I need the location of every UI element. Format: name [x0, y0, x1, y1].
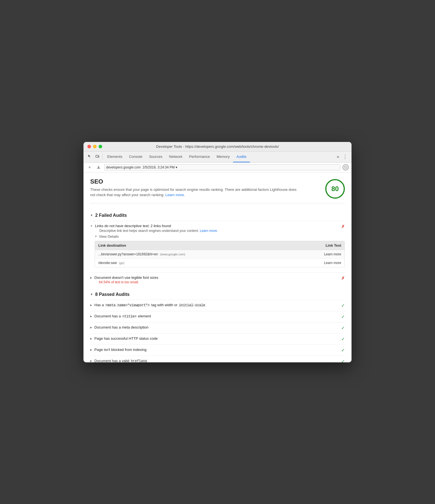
audit-left-viewport: ▶ Has a <meta name="viewport"> tag with …	[90, 303, 338, 307]
address-input[interactable]	[104, 164, 340, 170]
audit-learn-more-link-links[interactable]: Learn more	[200, 229, 217, 233]
audit-row-viewport: ▶ Has a <meta name="viewport"> tag with …	[90, 303, 345, 308]
failed-section-title: 2 Failed Audits	[95, 213, 127, 218]
audit-left-indexing: ▶ Page isn't blocked from indexing	[90, 348, 338, 352]
audit-row-meta-desc: ▶ Document has a meta description ✓	[90, 325, 345, 331]
audit-row-links: ▼ Links do not have descriptive text: 2 …	[90, 224, 345, 233]
passed-audits-header: ▼ 8 Passed Audits	[90, 288, 345, 300]
audit-item-title: ▶ Document has a <title> element ✓	[90, 311, 345, 322]
audit-status-http-status: ✓	[341, 336, 345, 342]
audit-toggle-fontsize[interactable]: ▶	[90, 276, 92, 279]
address-bar: +	[83, 163, 352, 172]
score-number: 80	[331, 185, 339, 193]
col-header-text: Link Text	[308, 243, 341, 248]
audit-text-http-status: Page has successful HTTP status code	[94, 336, 158, 341]
tab-performance[interactable]: Performance	[186, 151, 213, 162]
audit-text-indexing: Page isn't blocked from indexing	[94, 348, 147, 352]
audit-text-title: Document has a <title> element	[94, 314, 151, 318]
minimize-button[interactable]	[93, 145, 97, 148]
seo-title: SEO	[90, 178, 297, 185]
audit-toggle-viewport[interactable]: ▶	[90, 304, 92, 306]
kebab-menu-icon[interactable]: ⋮	[341, 154, 349, 160]
seo-learn-more-link[interactable]: Learn more	[165, 193, 184, 197]
audit-text-hreflang: Document has a valid hreflang	[94, 359, 147, 362]
audit-subtext-links: Descriptive link text helps search engin…	[99, 229, 218, 233]
audit-status-hreflang: ✓	[341, 359, 345, 362]
score-circle: 80	[325, 179, 345, 199]
cell-dest-path-1: ...bin/answer.py?answer=181692&hl=en	[98, 252, 158, 256]
tab-network[interactable]: Network	[166, 151, 186, 162]
download-button[interactable]	[95, 164, 102, 171]
audit-fail-text-fontsize: 64.54% of text is too small.	[99, 280, 158, 284]
device-toggle-icon[interactable]	[94, 153, 101, 161]
tab-sources[interactable]: Sources	[146, 151, 166, 162]
audit-item-meta-desc: ▶ Document has a meta description ✓	[90, 322, 345, 333]
devtools-toolbar: Elements Console Sources Network Perform…	[83, 151, 352, 163]
toolbar-divider	[102, 154, 103, 160]
audit-content-fontsize: Document doesn't use legible font sizes …	[94, 275, 158, 284]
audit-text-meta-desc: Document has a meta description	[94, 325, 149, 329]
audit-left-hreflang: ▶ Document has a valid hreflang	[90, 359, 338, 362]
audit-text-viewport: Has a <meta name="viewport"> tag with wi…	[94, 303, 206, 307]
cell-text-1: Learn more	[308, 252, 341, 256]
seo-description: These checks ensure that your page is op…	[90, 187, 297, 198]
audit-toggle-title[interactable]: ▶	[90, 315, 92, 318]
audit-item-fontsize: ▶ Document doesn't use legible font size…	[90, 272, 345, 287]
inspect-icon[interactable]	[86, 153, 94, 161]
audit-row-title: ▶ Document has a <title> element ✓	[90, 314, 345, 319]
audit-item-hreflang: ▶ Document has a valid hreflang ✓	[90, 356, 345, 362]
passed-section-toggle[interactable]: ▼	[90, 293, 93, 296]
tab-elements[interactable]: Elements	[104, 151, 126, 162]
table-row: /devsite-swe (go) Learn more	[95, 259, 345, 267]
close-button[interactable]	[87, 145, 91, 148]
audit-row-indexing: ▶ Page isn't blocked from indexing ✓	[90, 348, 345, 353]
col-header-dest: Link destination	[98, 243, 308, 248]
failed-section-toggle[interactable]: ▼	[90, 214, 93, 217]
seo-desc-text: These checks ensure that your page is op…	[90, 187, 297, 197]
links-details-table: Link destination Link Text ...bin/answer…	[95, 241, 345, 267]
audit-toggle-hreflang[interactable]: ▶	[90, 360, 92, 362]
block-icon[interactable]	[343, 164, 349, 170]
cell-dest-1: ...bin/answer.py?answer=181692&hl=en (ww…	[98, 252, 308, 256]
audit-text-fontsize: Document doesn't use legible font sizes	[94, 275, 158, 280]
maximize-button[interactable]	[99, 145, 102, 148]
audit-toggle-links[interactable]: ▼	[90, 225, 93, 227]
cell-dest-2: /devsite-swe (go)	[98, 261, 308, 265]
cell-dest-path-2: /devsite-swe	[98, 261, 117, 265]
audit-content-links: Links do not have descriptive text: 2 li…	[95, 224, 218, 233]
audit-toggle-meta-desc[interactable]: ▶	[90, 326, 92, 329]
failed-audits-header: ▼ 2 Failed Audits	[90, 209, 345, 221]
audit-row-hreflang: ▶ Document has a valid hreflang ✓	[90, 359, 345, 362]
audit-status-links: ✗	[341, 224, 345, 229]
svg-line-3	[345, 166, 347, 168]
table-row: ...bin/answer.py?answer=181692&hl=en (ww…	[95, 250, 345, 259]
svg-rect-0	[96, 155, 98, 157]
tab-audits[interactable]: Audits	[233, 151, 250, 162]
audit-item-http-status: ▶ Page has successful HTTP status code ✓	[90, 333, 345, 344]
more-tabs-icon[interactable]: »	[335, 154, 341, 159]
traffic-lights	[87, 145, 102, 148]
audit-toggle-http-status[interactable]: ▶	[90, 337, 92, 340]
audit-left-meta-desc: ▶ Document has a meta description	[90, 325, 338, 329]
details-toggle-label: View Details	[99, 234, 119, 239]
seo-header: SEO These checks ensure that your page i…	[90, 178, 345, 203]
audit-item-indexing: ▶ Page isn't blocked from indexing ✓	[90, 344, 345, 356]
main-content: SEO These checks ensure that your page i…	[83, 172, 352, 362]
tab-console[interactable]: Console	[126, 151, 146, 162]
tab-bar: Elements Console Sources Network Perform…	[104, 151, 335, 162]
audit-row-http-status: ▶ Page has successful HTTP status code ✓	[90, 336, 345, 342]
passed-section-title: 8 Passed Audits	[95, 292, 130, 297]
tab-memory[interactable]: Memory	[213, 151, 233, 162]
audit-status-indexing: ✓	[341, 348, 345, 353]
cell-text-2: Learn more	[308, 261, 341, 265]
details-toggle-icon: ▼	[95, 235, 97, 238]
audit-item-viewport: ▶ Has a <meta name="viewport"> tag with …	[90, 300, 345, 311]
audit-toggle-indexing[interactable]: ▶	[90, 348, 92, 351]
audit-status-fontsize: ✗	[341, 275, 345, 281]
view-details-toggle[interactable]: ▼ View Details	[95, 234, 345, 239]
cell-dest-domain-1: (www.google.com)	[160, 253, 185, 256]
cell-dest-domain-2: (go)	[119, 261, 125, 265]
window-title: Developer Tools - https://developers.goo…	[156, 144, 279, 149]
audit-status-title: ✓	[341, 314, 345, 319]
add-tab-button[interactable]: +	[86, 164, 93, 171]
